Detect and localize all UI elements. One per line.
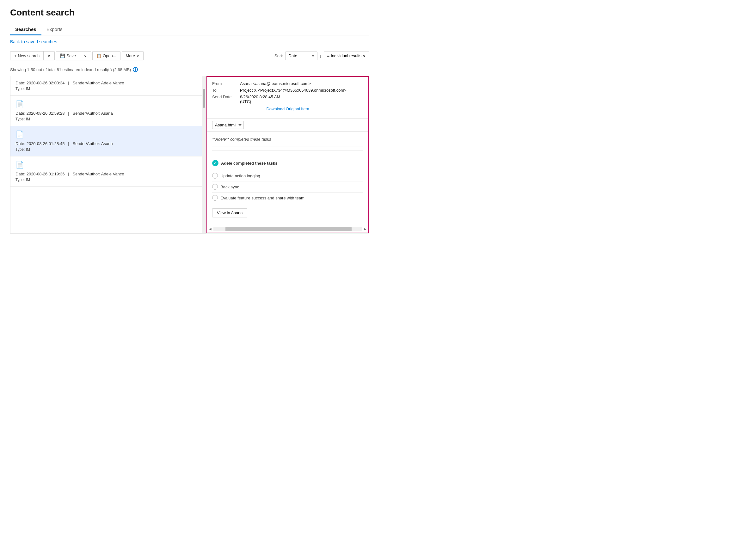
plus-icon: + <box>14 53 17 58</box>
horizontal-scrollbar: ◀ ▶ <box>207 225 368 233</box>
new-search-dropdown-button[interactable]: ∨ <box>44 52 54 60</box>
result-item[interactable]: 📄 Date: 2020-08-26 01:19:36 | Sender/Aut… <box>10 157 206 187</box>
check-filled-icon: ✓ <box>212 160 218 166</box>
result-date-4: Date: 2020-08-26 01:19:36 <box>15 172 65 176</box>
info-icon[interactable]: i <box>133 67 138 72</box>
result-date-1: Date: 2020-08-26 02:03:34 <box>15 81 65 85</box>
result-meta-4: Date: 2020-08-26 01:19:36 | Sender/Autho… <box>15 172 201 176</box>
tabs-container: Searches Exports <box>10 24 369 35</box>
result-type-1: Type: IM <box>15 87 201 91</box>
detail-content: **Adele** completed these tasks ✓ Adele … <box>207 132 368 225</box>
task-item-2: Back sync <box>212 181 363 192</box>
toolbar: + New search ∨ 💾 Save ∨ 📋 Open... More ∨ <box>10 49 369 63</box>
tab-searches[interactable]: Searches <box>10 24 41 35</box>
result-item[interactable]: 📄 Date: 2020-08-26 01:59:28 | Sender/Aut… <box>10 96 206 126</box>
result-type-3: Type: IM <box>15 147 201 152</box>
list-icon: ≡ <box>327 53 330 58</box>
task-item-3: Evaluate feature success and share with … <box>212 192 363 203</box>
task-text-1: Update action logging <box>220 174 260 178</box>
document-icon-3: 📄 <box>15 131 201 139</box>
back-to-saved-searches-link[interactable]: Back to saved searches <box>10 39 57 44</box>
chevron-down-icon: ∨ <box>47 53 51 58</box>
check-inner-1 <box>214 175 216 177</box>
tab-exports[interactable]: Exports <box>41 24 68 35</box>
chevron-down-icon-2: ∨ <box>84 53 87 58</box>
task-text-3: Evaluate feature success and share with … <box>220 196 304 200</box>
check-inner-2 <box>214 186 216 188</box>
task-header-text: Adele completed these tasks <box>221 161 277 166</box>
results-list: Date: 2020-08-26 02:03:34 | Sender/Autho… <box>10 76 206 233</box>
more-label: More <box>126 53 135 58</box>
to-label: To <box>212 88 237 93</box>
scroll-track-thumb[interactable] <box>225 227 352 231</box>
from-field: From Asana <asana@teams.microsoft.com> <box>212 81 363 86</box>
task-item-1: Update action logging <box>212 170 363 181</box>
scroll-track[interactable] <box>213 227 362 231</box>
detail-header: From Asana <asana@teams.microsoft.com> T… <box>207 77 368 119</box>
more-button[interactable]: More ∨ <box>122 52 144 60</box>
result-date-2: Date: 2020-08-26 01:59:28 <box>15 111 65 116</box>
scroll-left-arrow[interactable]: ◀ <box>208 227 212 231</box>
open-label: Open... <box>103 53 116 58</box>
file-format-select[interactable]: Asana.html <box>212 121 244 129</box>
separator-1 <box>212 147 363 147</box>
check-empty-icon-1 <box>212 173 218 179</box>
save-label: Save <box>66 53 76 58</box>
download-original-link[interactable]: Download Original Item <box>212 107 363 111</box>
result-meta-1: Date: 2020-08-26 02:03:34 | Sender/Autho… <box>15 81 201 85</box>
save-button[interactable]: 💾 Save <box>56 52 80 60</box>
from-label: From <box>212 81 237 86</box>
save-icon: 💾 <box>60 53 65 58</box>
result-item-selected[interactable]: › 📄 Date: 2020-08-26 01:28:45 | Sender/A… <box>10 126 206 157</box>
sort-label: Sort: <box>274 53 283 58</box>
send-date-value: 8/26/2020 8:28:45 AM (UTC) <box>240 95 363 104</box>
view-label: Individual results <box>331 53 361 58</box>
task-text-2: Back sync <box>220 185 239 189</box>
new-search-btn-group: + New search ∨ <box>10 51 55 60</box>
result-sender-4: Sender/Author: Adele Vance <box>72 172 124 176</box>
to-field: To Project X <ProjectX734@M365x654639.on… <box>212 88 363 93</box>
result-meta-2: Date: 2020-08-26 01:59:28 | Sender/Autho… <box>15 111 201 116</box>
check-empty-icon-3 <box>212 195 218 201</box>
result-type-4: Type: IM <box>15 178 201 182</box>
file-selector: Asana.html <box>207 119 368 132</box>
email-preview: ✓ Adele completed these tasks Update act… <box>212 154 363 220</box>
result-sender-2: Sender/Author: Asana <box>72 111 113 116</box>
chevron-down-icon-3: ∨ <box>136 53 139 58</box>
sort-direction-icon[interactable]: ↓ <box>319 53 322 59</box>
task-section: ✓ Adele completed these tasks Update act… <box>212 160 363 218</box>
open-icon: 📋 <box>96 53 101 58</box>
result-type-2: Type: IM <box>15 117 201 121</box>
send-date-label: Send Date <box>212 95 237 104</box>
task-header: ✓ Adele completed these tasks <box>212 160 363 166</box>
scroll-right-arrow[interactable]: ▶ <box>363 227 367 231</box>
result-item[interactable]: Date: 2020-08-26 02:03:34 | Sender/Autho… <box>10 76 206 96</box>
detail-panel: From Asana <asana@teams.microsoft.com> T… <box>206 76 369 233</box>
results-info: Showing 1-50 out of total 81 estimated i… <box>10 67 369 72</box>
page-title: Content search <box>10 8 369 18</box>
scroll-thumb[interactable] <box>203 89 205 108</box>
new-search-button[interactable]: + New search <box>10 52 44 60</box>
check-empty-icon-2 <box>212 184 218 190</box>
view-chevron-icon: ∨ <box>363 53 366 58</box>
from-value: Asana <asana@teams.microsoft.com> <box>240 81 363 86</box>
document-icon-4: 📄 <box>15 161 201 169</box>
document-icon-2: 📄 <box>15 100 201 108</box>
more-btn-group: More ∨ <box>122 51 144 60</box>
main-layout: Date: 2020-08-26 02:03:34 | Sender/Autho… <box>10 76 369 234</box>
scroll-indicator <box>202 76 206 233</box>
view-button[interactable]: ≡ Individual results ∨ <box>324 52 369 60</box>
result-date-3: Date: 2020-08-26 01:28:45 <box>15 141 65 146</box>
sort-select[interactable]: Date Relevance Subject Sender <box>285 52 317 60</box>
results-info-text: Showing 1-50 out of total 81 estimated i… <box>10 67 131 72</box>
check-inner-3 <box>214 197 216 199</box>
new-search-label: New search <box>18 53 40 58</box>
view-in-asana-button[interactable]: View in Asana <box>212 208 247 218</box>
open-button[interactable]: 📋 Open... <box>92 51 120 60</box>
results-panel: Date: 2020-08-26 02:03:34 | Sender/Autho… <box>10 76 206 233</box>
sort-container: Sort: Date Relevance Subject Sender ↓ ≡ … <box>274 52 369 60</box>
result-sender-1: Sender/Author: Adele Vance <box>72 81 124 85</box>
result-meta-3: Date: 2020-08-26 01:28:45 | Sender/Autho… <box>15 141 201 146</box>
result-sender-3: Sender/Author: Asana <box>72 141 113 146</box>
save-dropdown-button[interactable]: ∨ <box>80 52 91 60</box>
